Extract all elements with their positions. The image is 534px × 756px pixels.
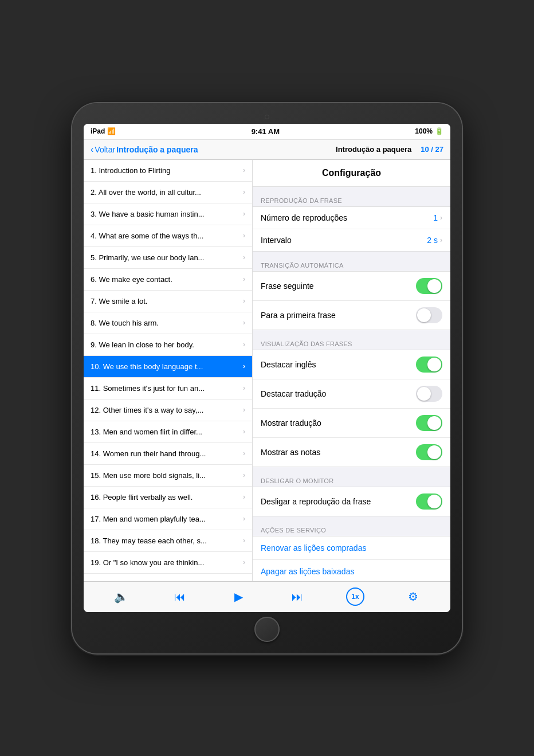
list-item[interactable]: 4. What are some of the ways th... › (84, 225, 252, 247)
toggle-switch[interactable] (416, 386, 442, 402)
header-title: Introdução a paquera (203, 145, 412, 154)
settings-section: TRANSIÇÃO AUTOMÁTICAFrase seguintePara a… (253, 256, 450, 330)
list-item[interactable]: 18. They may tease each other, s... › (84, 530, 252, 552)
speed-label: 1x (351, 593, 359, 601)
list-item-text: 12. Other times it's a way to say,... (91, 406, 243, 414)
section-label: REPRODUÇÃO DA FRASE (253, 191, 450, 206)
service-action-row[interactable]: Renovar as lições compradas (253, 536, 450, 560)
home-button[interactable] (254, 617, 280, 642)
list-item[interactable]: 20. Here are some other ways th... › (84, 574, 252, 581)
row-value[interactable]: 2 s› (427, 236, 442, 245)
nav-title: Introdução a paquera (116, 145, 198, 154)
settings-row: Desligar a reprodução da frase (253, 487, 450, 516)
list-item[interactable]: 13. Men and women flirt in differ... › (84, 421, 252, 443)
chevron-icon: › (243, 319, 245, 327)
chevron-icon: › (243, 362, 245, 370)
status-right: 100% 🔋 (415, 127, 443, 135)
speed-button[interactable]: 1x (346, 587, 364, 606)
list-item[interactable]: 14. Women run their hand throug... › (84, 443, 252, 465)
list-item[interactable]: 12. Other times it's a way to say,... › (84, 399, 252, 421)
list-item-text: 17. Men and women playfully tea... (91, 515, 243, 523)
list-item[interactable]: 7. We smile a lot. › (84, 291, 252, 312)
toggle-thumb (427, 279, 441, 293)
play-button[interactable]: ▶ (229, 586, 249, 607)
back-arrow-icon: ‹ (91, 144, 93, 155)
settings-section: VISUALIZAÇÃO DAS FRASESDestacar inglêsDe… (253, 335, 450, 467)
row-label: Para a primeira frase (261, 311, 416, 320)
chevron-icon: › (243, 188, 245, 196)
list-item[interactable]: 11. Sometimes it's just for fun an... › (84, 378, 252, 399)
rewind-button[interactable]: ⏮ (170, 586, 190, 607)
play-icon: ▶ (234, 590, 243, 604)
settings-group: Número de reproduções1›Intervalo2 s› (253, 206, 450, 252)
chevron-icon: › (243, 558, 245, 566)
list-item-text: 9. We lean in close to her body. (91, 340, 243, 349)
list-item-text: 16. People flirt verbally as well. (91, 493, 243, 502)
settings-button[interactable]: ⚙ (403, 586, 423, 607)
forward-icon: ⏭ (292, 590, 303, 604)
chevron-icon: › (243, 493, 245, 501)
list-item-text: 8. We touch his arm. (91, 319, 243, 327)
list-item[interactable]: 10. We use this body language t... › (84, 356, 252, 378)
list-item-text: 18. They may tease each other, s... (91, 536, 243, 545)
list-item[interactable]: 9. We lean in close to her body. › (84, 334, 252, 356)
list-item-text: 7. We smile a lot. (91, 297, 243, 305)
list-item[interactable]: 16. People flirt verbally as well. › (84, 487, 252, 508)
settings-group: Desligar a reprodução da frase (253, 487, 450, 516)
list-item[interactable]: 15. Men use more bold signals, li... › (84, 465, 252, 487)
list-item[interactable]: 1. Introduction to Flirting › (84, 160, 252, 182)
chevron-icon: › (440, 236, 442, 244)
back-label: Voltar (95, 145, 115, 154)
toggle-thumb (417, 308, 431, 322)
device-frame: iPad 📶 9:41 AM 100% 🔋 ‹ Voltar Introduçã… (72, 103, 462, 653)
chevron-icon: › (243, 471, 245, 479)
settings-row: Mostrar as notas (253, 438, 450, 467)
chevron-icon: › (243, 340, 245, 348)
service-section-label: AÇÕES DE SERVIÇO (253, 521, 450, 536)
nav-bar: ‹ Voltar Introdução a paquera Introdução… (84, 140, 450, 160)
list-item[interactable]: 19. Or "I so know you are thinkin... › (84, 552, 252, 574)
toggle-switch[interactable] (416, 278, 442, 294)
list-item-text: 4. What are some of the ways th... (91, 232, 243, 240)
chevron-icon: › (243, 515, 245, 523)
list-item-text: 10. We use this body language t... (91, 362, 243, 371)
settings-row: Destacar inglês (253, 350, 450, 379)
screen: iPad 📶 9:41 AM 100% 🔋 ‹ Voltar Introduçã… (84, 124, 450, 612)
settings-header: Configuração (253, 160, 450, 187)
toggle-switch[interactable] (416, 307, 442, 323)
settings-panel: Configuração REPRODUÇÃO DA FRASENúmero d… (253, 160, 450, 581)
chevron-icon: › (243, 536, 245, 545)
toggle-switch[interactable] (416, 357, 442, 373)
list-item-text: 1. Introduction to Flirting (91, 166, 243, 175)
list-item[interactable]: 6. We make eye contact. › (84, 269, 252, 291)
row-label: Destacar inglês (261, 360, 416, 369)
toggle-thumb (427, 416, 441, 430)
speaker-button[interactable]: 🔈 (111, 586, 131, 607)
row-value[interactable]: 1› (433, 213, 442, 222)
list-item[interactable]: 8. We touch his arm. › (84, 312, 252, 334)
service-action-row[interactable]: Apagar as lições baixadas (253, 560, 450, 581)
service-actions-group: Renovar as lições compradasApagar as liç… (253, 536, 450, 581)
rewind-icon: ⏮ (174, 590, 186, 604)
chevron-icon: › (243, 253, 245, 261)
row-label: Desligar a reprodução da frase (261, 497, 416, 506)
value-text: 2 s (427, 236, 438, 245)
list-item[interactable]: 3. We have a basic human instin... › (84, 203, 252, 225)
list-item[interactable]: 5. Primarily, we use our body lan... › (84, 247, 252, 269)
section-label: VISUALIZAÇÃO DAS FRASES (253, 335, 450, 350)
back-button[interactable]: ‹ Voltar Introdução a paquera (91, 144, 198, 155)
list-item[interactable]: 17. Men and women playfully tea... › (84, 508, 252, 530)
toggle-switch[interactable] (416, 444, 442, 460)
status-bar: iPad 📶 9:41 AM 100% 🔋 (84, 124, 450, 140)
toggle-thumb (427, 358, 441, 371)
list-item[interactable]: 2. All over the world, in all cultur... … (84, 182, 252, 203)
list-panel: 1. Introduction to Flirting › 2. All ove… (84, 160, 253, 581)
toggle-switch[interactable] (416, 415, 442, 431)
chevron-icon: › (243, 210, 245, 218)
chevron-icon: › (243, 449, 245, 457)
toggle-switch[interactable] (416, 493, 442, 510)
settings-section: REPRODUÇÃO DA FRASENúmero de reproduções… (253, 191, 450, 252)
settings-row: Destacar tradução (253, 379, 450, 409)
forward-button[interactable]: ⏭ (287, 586, 308, 607)
list-item-text: 13. Men and women flirt in differ... (91, 428, 243, 436)
